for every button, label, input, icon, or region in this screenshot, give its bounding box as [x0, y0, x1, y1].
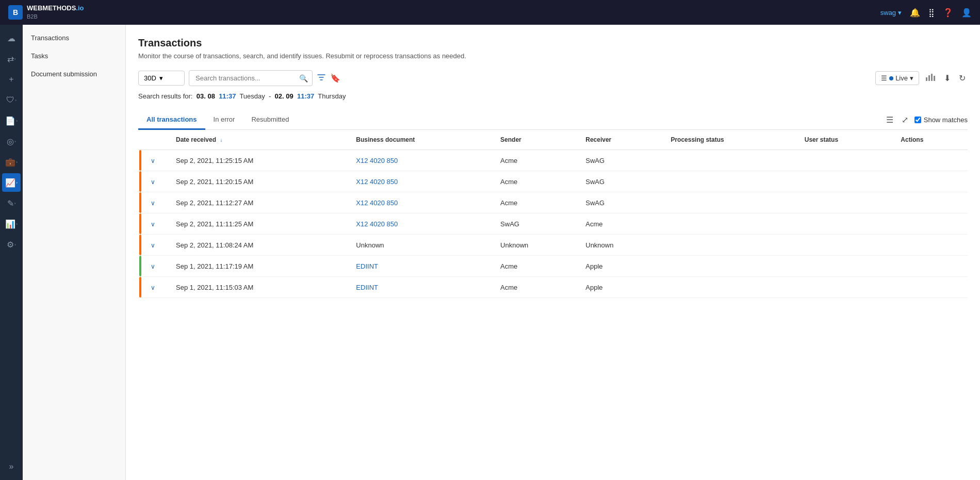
notifications-icon[interactable]: 🔔: [910, 8, 920, 18]
th-actions: Actions: [892, 130, 968, 150]
row-date: Sep 2, 2021, 11:25:15 AM: [168, 150, 348, 171]
row-actions: [892, 213, 968, 235]
sidebar-expand-button[interactable]: »: [2, 457, 21, 476]
search-input[interactable]: [193, 71, 299, 86]
row-actions: [892, 171, 968, 192]
tab-all-transactions[interactable]: All transactions: [138, 110, 205, 130]
chevron-right-icon-7: ›: [14, 201, 16, 206]
chevron-right-icon-2: ›: [15, 98, 17, 103]
th-expand: [142, 130, 168, 150]
row-sender: Acme: [492, 150, 577, 171]
sidebar-item-exchange[interactable]: ⇄ ›: [2, 49, 21, 68]
expand-view-icon[interactable]: ⤢: [900, 113, 910, 127]
sidebar-menu-item-transactions[interactable]: Transactions: [23, 29, 125, 47]
list-view-icon[interactable]: ☰: [884, 113, 895, 127]
row-expand-cell: ∨: [142, 235, 168, 256]
table-row: ∨ Sep 1, 2021, 11:17:19 AM EDIINT Acme A…: [138, 256, 968, 277]
sidebar-item-edit[interactable]: ✎ ›: [2, 194, 21, 212]
sidebar-item-target[interactable]: ◎ ›: [2, 132, 21, 151]
document-link[interactable]: EDIINT: [356, 284, 378, 291]
row-processing-status: [662, 277, 796, 298]
date-range-select[interactable]: 30D ▾: [138, 71, 185, 86]
row-expand-chevron[interactable]: ∨: [151, 242, 155, 249]
status-indicator: [139, 213, 141, 234]
document-link[interactable]: X12 4020 850: [356, 220, 398, 228]
row-expand-chevron[interactable]: ∨: [151, 284, 155, 291]
top-nav-left: B WEBMETHODS.io B2B: [8, 4, 84, 20]
sort-down-icon[interactable]: ↓: [220, 137, 222, 143]
dropdown-chevron-icon: ▾: [159, 74, 163, 82]
sidebar-item-settings[interactable]: ⚙ ›: [2, 235, 21, 254]
target-icon: ◎: [7, 137, 14, 146]
row-expand-chevron[interactable]: ∨: [151, 263, 155, 270]
sidebar-menu-item-tasks[interactable]: Tasks: [23, 47, 125, 65]
cloud-icon: ☁: [7, 34, 15, 43]
refresh-icon[interactable]: ↻: [957, 71, 968, 85]
row-expand-chevron[interactable]: ∨: [151, 157, 155, 164]
bookmark-icon[interactable]: 🔖: [330, 73, 340, 83]
chart-icon[interactable]: [923, 71, 938, 86]
svg-rect-1: [928, 75, 930, 81]
document-link[interactable]: EDIINT: [356, 262, 378, 270]
sidebar-item-add[interactable]: +: [2, 70, 21, 89]
top-nav-right: swag ▾ 🔔 ⣿ ❓ 👤: [880, 8, 972, 18]
row-actions: [892, 150, 968, 171]
tabs-row: All transactions In error Resubmitted ☰ …: [138, 110, 968, 130]
row-processing-status: [662, 256, 796, 277]
status-indicator: [139, 277, 141, 297]
brand-area: WEBMETHODS.io B2B: [27, 4, 84, 20]
sidebar-item-document[interactable]: 📄 ›: [2, 111, 21, 130]
username-button[interactable]: swag ▾: [880, 9, 902, 16]
sidebar-item-cloud[interactable]: ☁: [2, 29, 21, 47]
th-sender: Sender: [492, 130, 577, 150]
live-button[interactable]: ☰ Live ▾: [875, 71, 919, 85]
row-indicator-cell: [138, 192, 142, 213]
row-expand-chevron[interactable]: ∨: [151, 221, 155, 228]
apps-grid-icon[interactable]: ⣿: [928, 8, 935, 18]
document-link[interactable]: X12 4020 850: [356, 199, 398, 207]
row-user-status: [796, 256, 893, 277]
filter-icon[interactable]: [317, 73, 326, 84]
show-matches-checkbox[interactable]: [914, 117, 921, 123]
row-sender: Acme: [492, 277, 577, 298]
th-user-status: User status: [796, 130, 893, 150]
sidebar-item-briefcase[interactable]: 💼 ›: [2, 153, 21, 171]
row-sender: Unknown: [492, 235, 577, 256]
search-icon[interactable]: 🔍: [299, 74, 308, 82]
sidebar-item-shield[interactable]: 🛡 ›: [2, 91, 21, 109]
table-row: ∨ Sep 1, 2021, 11:15:03 AM EDIINT Acme A…: [138, 277, 968, 298]
tab-resubmitted[interactable]: Resubmitted: [243, 110, 297, 130]
row-actions: [892, 277, 968, 298]
live-dot: [889, 76, 893, 80]
row-expand-chevron[interactable]: ∨: [151, 200, 155, 207]
row-processing-status: [662, 150, 796, 171]
chevron-right-icon-8: ›: [16, 222, 18, 226]
sidebar-item-report[interactable]: 📊 ›: [2, 214, 21, 233]
show-matches-label[interactable]: Show matches: [914, 116, 968, 124]
row-receiver: SwAG: [577, 171, 662, 192]
content-area: Transactions Monitor the course of trans…: [126, 25, 980, 480]
table-row: ∨ Sep 2, 2021, 11:25:15 AM X12 4020 850 …: [138, 150, 968, 171]
search-bar: 30D ▾ 🔍 🔖 ☰ Live ▾: [138, 70, 968, 86]
row-expand-chevron[interactable]: ∨: [151, 178, 155, 186]
document-link[interactable]: X12 4020 850: [356, 157, 398, 164]
row-document: EDIINT: [348, 256, 492, 277]
row-actions: [892, 235, 968, 256]
th-business-document: Business document: [348, 130, 492, 150]
th-processing-status: Processing status: [662, 130, 796, 150]
chevron-right-icon-5: ›: [16, 160, 18, 164]
row-indicator-cell: [138, 235, 142, 256]
row-processing-status: [662, 235, 796, 256]
sidebar-menu-item-document-submission[interactable]: Document submission: [23, 65, 125, 83]
tab-in-error[interactable]: In error: [205, 110, 243, 130]
brand-name: WEBMETHODS.io: [27, 4, 84, 13]
sidebar-item-analytics[interactable]: 📈 ›: [2, 173, 21, 192]
document-link[interactable]: X12 4020 850: [356, 178, 398, 186]
row-sender: Acme: [492, 192, 577, 213]
edit-icon: ✎: [7, 198, 14, 208]
transactions-table-container: Date received ↓ Business document Sender…: [138, 130, 968, 298]
profile-icon[interactable]: 👤: [961, 8, 972, 18]
help-icon[interactable]: ❓: [943, 8, 953, 18]
row-sender: Acme: [492, 256, 577, 277]
download-icon[interactable]: ⬇: [942, 71, 953, 85]
